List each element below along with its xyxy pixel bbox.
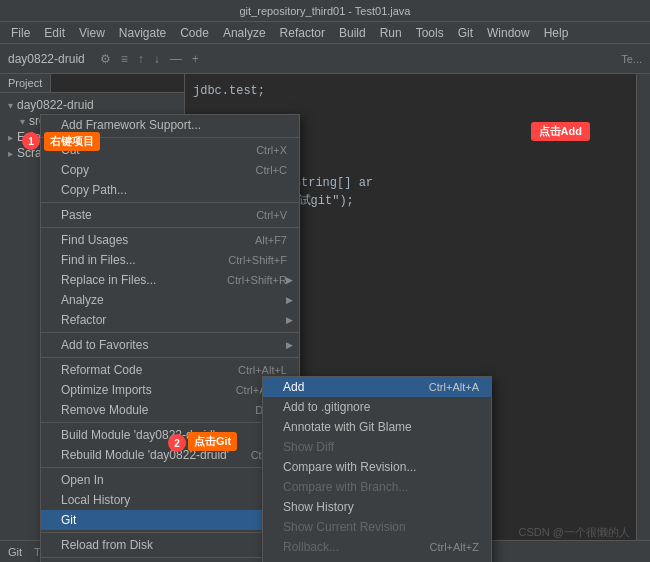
ctx-copy-path[interactable]: Copy Path... [41, 180, 299, 200]
toolbar-icon5[interactable]: — [170, 52, 182, 66]
ctx-local-history[interactable]: Local History [41, 490, 299, 510]
ctx-paste[interactable]: PasteCtrl+V [41, 205, 299, 225]
toolbar-icon1[interactable]: ⚙ [100, 52, 111, 66]
toolbar-icon3[interactable]: ↑ [138, 52, 144, 66]
annotation-bubble-2: 2 [168, 434, 186, 452]
menu-view[interactable]: View [72, 24, 112, 42]
ctx-separator-3 [41, 227, 299, 228]
tree-item-project[interactable]: ▾ day0822-druid [0, 97, 184, 113]
title-bar-title: git_repository_third01 - Test01.java [239, 5, 410, 17]
git-add[interactable]: AddCtrl+Alt+A [263, 377, 491, 397]
menu-build[interactable]: Build [332, 24, 373, 42]
annotation-bubble-1: 1 [22, 132, 40, 150]
menu-run[interactable]: Run [373, 24, 409, 42]
context-menu: Add Framework Support... CutCtrl+X CopyC… [40, 114, 300, 562]
ctx-replace-files[interactable]: Replace in Files...Ctrl+Shift+R [41, 270, 299, 290]
menu-file[interactable]: File [4, 24, 37, 42]
ctx-reload[interactable]: Reload from Disk [41, 535, 299, 555]
code-import: jdbc.test; [193, 82, 642, 100]
title-bar: git_repository_third01 - Test01.java [0, 0, 650, 22]
menu-bar: File Edit View Navigate Code Analyze Ref… [0, 22, 650, 44]
annotation-label-1: 右键项目 [44, 132, 100, 151]
toolbar-test-label: Te... [621, 53, 642, 65]
tree-item-label: day0822-druid [17, 98, 94, 112]
menu-code[interactable]: Code [173, 24, 216, 42]
git-show-diff: Show Diff [263, 437, 491, 457]
git-show-history[interactable]: Show History [263, 497, 491, 517]
menu-help[interactable]: Help [537, 24, 576, 42]
ctx-separator-8 [41, 532, 299, 533]
folder-icon: ▸ [8, 132, 13, 143]
ctx-add-favorites[interactable]: Add to Favorites [41, 335, 299, 355]
git-push[interactable]: Push...Ctrl+Shift+K [263, 557, 491, 562]
chevron-right-icon: ▾ [20, 116, 25, 127]
ctx-copy[interactable]: CopyCtrl+C [41, 160, 299, 180]
ctx-analyze[interactable]: Analyze [41, 290, 299, 310]
ctx-separator-9 [41, 557, 299, 558]
ctx-find-usages[interactable]: Find UsagesAlt+F7 [41, 230, 299, 250]
sidebar-tab-project[interactable]: Project [0, 74, 51, 92]
menu-navigate[interactable]: Navigate [112, 24, 173, 42]
ctx-find-files[interactable]: Find in Files...Ctrl+Shift+F [41, 250, 299, 270]
ctx-open-in[interactable]: Open In [41, 470, 299, 490]
git-compare-revision[interactable]: Compare with Revision... [263, 457, 491, 477]
menu-window[interactable]: Window [480, 24, 537, 42]
menu-refactor[interactable]: Refactor [273, 24, 332, 42]
right-panel [636, 74, 650, 562]
menu-analyze[interactable]: Analyze [216, 24, 273, 42]
git-rollback: Rollback...Ctrl+Alt+Z [263, 537, 491, 557]
ctx-separator-6 [41, 422, 299, 423]
annotation-add-button: 点击Add [531, 122, 590, 141]
chevron-down-icon: ▾ [8, 100, 13, 111]
toolbar: day0822-druid ⚙ ≡ ↑ ↓ — + Te... [0, 44, 650, 74]
ctx-separator-2 [41, 202, 299, 203]
menu-tools[interactable]: Tools [409, 24, 451, 42]
git-annotate[interactable]: Annotate with Git Blame [263, 417, 491, 437]
git-submenu: AddCtrl+Alt+A Add to .gitignore Annotate… [262, 376, 492, 562]
project-label: day0822-druid [8, 52, 85, 66]
ctx-separator-4 [41, 332, 299, 333]
ctx-separator-7 [41, 467, 299, 468]
ctx-git[interactable]: Git [41, 510, 299, 530]
annotation-label-2: 点击Git [188, 432, 237, 451]
git-show-current: Show Current Revision [263, 517, 491, 537]
ctx-remove-module[interactable]: Remove ModuleDelete [41, 400, 299, 420]
ctx-refactor[interactable]: Refactor [41, 310, 299, 330]
menu-git[interactable]: Git [451, 24, 480, 42]
menu-edit[interactable]: Edit [37, 24, 72, 42]
git-add-gitignore[interactable]: Add to .gitignore [263, 397, 491, 417]
toolbar-icon6[interactable]: + [192, 52, 199, 66]
main-area: Project ▾ day0822-druid ▾ src ▸ External… [0, 74, 650, 562]
watermark: CSDN @一个很懒的人 [519, 525, 630, 540]
git-compare-branch: Compare with Branch... [263, 477, 491, 497]
sidebar-tabs: Project [0, 74, 184, 93]
folder-icon2: ▸ [8, 148, 13, 159]
toolbar-icon4[interactable]: ↓ [154, 52, 160, 66]
status-tab-git[interactable]: Git [8, 546, 22, 558]
ctx-separator-5 [41, 357, 299, 358]
ctx-reformat[interactable]: Reformat CodeCtrl+Alt+L [41, 360, 299, 380]
toolbar-icon2[interactable]: ≡ [121, 52, 128, 66]
ctx-optimize-imports[interactable]: Optimize ImportsCtrl+Alt+O [41, 380, 299, 400]
